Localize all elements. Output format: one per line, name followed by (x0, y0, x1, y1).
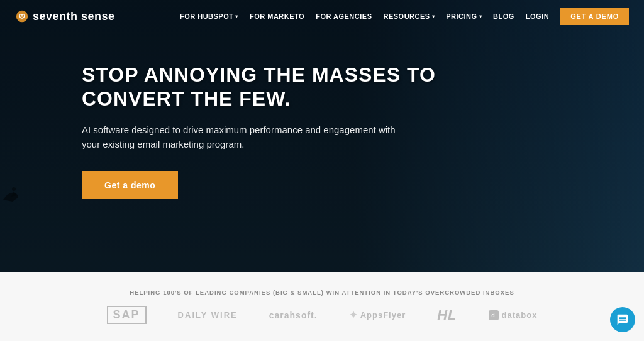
logo-hl: HL (437, 307, 457, 323)
brain-icon (15, 9, 29, 23)
hero-section: STOP ANNOYING THE MASSES TO CONVERT THE … (0, 0, 644, 272)
nav-pricing[interactable]: PRICING ▾ (446, 13, 482, 20)
nav-for-agencies[interactable]: FOR AGENCIES (316, 13, 372, 20)
hero-subheadline: AI software designed to drive maximum pe… (82, 122, 396, 152)
logo-appsflyer: ✦ AppsFlyer (349, 309, 406, 321)
chat-bubble-button[interactable] (610, 307, 635, 332)
logo-carahsoft: carahsoft. (269, 310, 318, 320)
databox-icon: d (489, 310, 499, 320)
nav-links: FOR HUBSPOT ▾ FOR MARKETO FOR AGENCIES R… (180, 8, 629, 25)
nav-login[interactable]: LOGIN (526, 13, 549, 20)
logo-daily-wire: DAILY WIRE (178, 310, 238, 320)
svg-point-1 (12, 187, 16, 191)
chevron-down-icon: ▾ (479, 14, 482, 19)
logos-row: SAP DAILY WIRE carahsoft. ✦ AppsFlyer HL… (107, 306, 538, 324)
surfer-silhouette-icon (0, 171, 50, 203)
hero-content: STOP ANNOYING THE MASSES TO CONVERT THE … (82, 63, 472, 199)
chat-icon (616, 313, 629, 326)
appsflyer-icon: ✦ (349, 309, 358, 321)
nav-for-hubspot[interactable]: FOR HUBSPOT ▾ (180, 13, 238, 20)
hero-headline: STOP ANNOYING THE MASSES TO CONVERT THE … (82, 63, 472, 111)
nav-get-demo-button[interactable]: GET A DEMO (560, 8, 629, 25)
nav-resources[interactable]: RESOURCES ▾ (383, 13, 435, 20)
nav-for-marketo[interactable]: FOR MARKETO (250, 13, 304, 20)
logo[interactable]: seventh sense (15, 9, 115, 23)
logo-databox: d databox (489, 310, 538, 320)
logos-tagline: HELPING 100'S OF LEADING COMPANIES (BIG … (130, 289, 514, 296)
logos-section: HELPING 100'S OF LEADING COMPANIES (BIG … (0, 272, 644, 341)
brand-name: seventh sense (33, 10, 115, 23)
logo-sap: SAP (107, 306, 147, 324)
chevron-down-icon: ▾ (235, 14, 238, 19)
nav-blog[interactable]: BLOG (493, 13, 514, 20)
hero-get-demo-button[interactable]: Get a demo (82, 171, 178, 199)
chevron-down-icon: ▾ (432, 14, 435, 19)
navbar: seventh sense FOR HUBSPOT ▾ FOR MARKETO … (0, 0, 644, 33)
